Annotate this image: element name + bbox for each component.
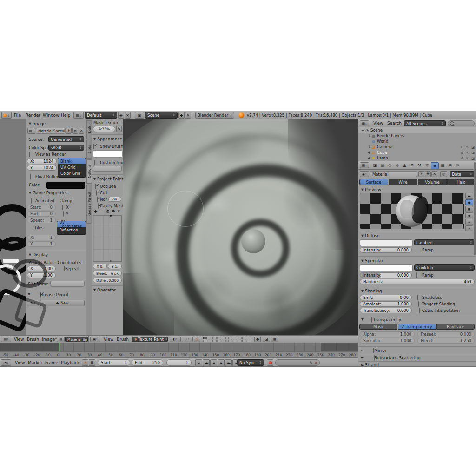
layer-cell[interactable] [238, 340, 242, 342]
tangent-shading-checkbox[interactable] [418, 301, 419, 307]
eye-toggle-icon[interactable]: ⊙ [461, 145, 463, 149]
outliner-editor-type-button[interactable]: ▦ ↕ [360, 120, 369, 126]
shading-panel-header[interactable]: Shading [361, 289, 382, 293]
menu-render[interactable]: Render [26, 112, 40, 119]
view3d-menu-view[interactable]: View [104, 336, 113, 343]
show-brush-checkbox[interactable] [93, 144, 94, 149]
object-tab-icon[interactable]: ▲ [401, 162, 408, 168]
use-preview-range-toggle[interactable]: ◔ [82, 359, 88, 366]
curve-point[interactable] [110, 260, 112, 262]
curve-point[interactable] [110, 215, 112, 217]
add-layout-button[interactable]: ✚ [118, 112, 124, 119]
outliner-row[interactable]: +◪Camera⊙↖◪ [358, 144, 476, 150]
particles-tab-icon[interactable]: ✱ [447, 162, 454, 168]
grease-pencil-new-button[interactable]: ✚ New [40, 300, 85, 306]
translucency-slider[interactable]: Translucency:0.000 [360, 308, 412, 313]
menu-item-blank[interactable]: Blank [58, 158, 86, 164]
game-properties-header[interactable]: Game Properties [29, 191, 67, 195]
transparency-panel-header[interactable] [361, 317, 364, 321]
preview-sphere-icon[interactable]: ● [465, 199, 473, 205]
timeline-menu-frame[interactable]: Frame [45, 359, 58, 366]
viewport-shading-selector[interactable]: ◐ ↕ [170, 337, 181, 342]
selectable-toggle-icon[interactable]: ↖ [466, 151, 469, 155]
layer-cell[interactable] [208, 340, 212, 342]
shadeless-checkbox[interactable] [417, 295, 418, 300]
timeline-track[interactable] [0, 343, 358, 351]
expand-icon[interactable]: − [361, 128, 365, 132]
properties-scrollbar[interactable] [474, 162, 476, 255]
image-height-slider[interactable]: Y:1024 [27, 165, 57, 171]
clamp-x-checkbox[interactable] [62, 205, 63, 210]
layout-selector[interactable]: Default [85, 112, 117, 119]
outliner-item-label[interactable]: RenderLayers [377, 133, 404, 138]
custom-icon-path-field[interactable] [93, 166, 122, 172]
play-reverse-button[interactable]: ◀ [210, 359, 217, 366]
eye-toggle-icon[interactable]: ⊙ [461, 151, 463, 155]
prev-keyframe-button[interactable]: ◀◀ [203, 359, 210, 366]
scene-selector[interactable]: Scene [145, 112, 178, 119]
cavity-mask-checkbox[interactable] [98, 203, 99, 209]
curve-x-button[interactable]: X 0. [93, 264, 107, 269]
layer-cell[interactable] [242, 340, 246, 342]
transparency-mask-tab[interactable]: Mask [359, 324, 397, 330]
insert-keyframe-icon[interactable]: ✎ [310, 361, 313, 365]
transparency-ztransparency-tab[interactable]: Z Transparency [398, 324, 436, 330]
transparency-specular-slider[interactable]: Specular:1.000 [360, 338, 415, 344]
mirror-panel-header[interactable] [361, 348, 364, 352]
modifiers-tab-icon[interactable]: ⚒ [416, 162, 423, 168]
image-editor-type-button[interactable]: ▤ ↕ [1, 337, 11, 342]
world-tab-icon[interactable]: ◍ [394, 162, 401, 168]
layer-cell[interactable] [212, 340, 217, 342]
frame-end-slider[interactable]: End:250 [132, 359, 163, 366]
curve-clipping-icon[interactable]: ● [112, 209, 115, 213]
image-datablock-icon-button[interactable]: ▤ [57, 337, 65, 342]
layer-cell[interactable] [233, 340, 237, 342]
transparency-raytrace-tab[interactable]: Raytrace [436, 324, 475, 330]
colorspace-dropdown[interactable]: sRGB [48, 145, 84, 151]
mode-selector[interactable]: ◑ Texture Paint [132, 337, 168, 342]
surface-tab[interactable]: Surface [359, 179, 388, 185]
constraints-tab-icon[interactable]: ⚙ [409, 162, 416, 168]
jump-start-button[interactable]: ⇤ [195, 359, 202, 366]
data-tab-icon[interactable]: ▽ [423, 162, 430, 168]
render-engine-selector[interactable]: Blender Render ↕ [195, 112, 234, 119]
display-panel-header[interactable]: Display [29, 252, 48, 257]
layer-cell[interactable] [238, 337, 242, 339]
add-scene-button[interactable]: ✚ [178, 112, 185, 119]
tiles-y-slider[interactable]: Y:1 [27, 241, 56, 247]
play-button[interactable]: ▶ [218, 359, 225, 366]
selectable-toggle-icon[interactable]: ↖ [466, 145, 469, 149]
texture-tab-icon[interactable]: ▦ [439, 162, 446, 168]
layer-cell[interactable] [217, 340, 221, 342]
view-as-render-checkbox[interactable] [29, 152, 30, 157]
render-toggle-icon[interactable]: ◪ [471, 156, 475, 160]
scene-tab-icon[interactable]: ◔ [386, 162, 393, 168]
unlink-material-button[interactable]: ✕ [431, 171, 437, 177]
project-paint-header[interactable]: Project Paint [93, 177, 123, 181]
outliner-row[interactable]: +▤RenderLayers [358, 133, 476, 139]
layers-grid-2[interactable] [228, 337, 251, 342]
image-browse-button[interactable]: ▤ ↕ [27, 128, 35, 134]
nor-angle-slider[interactable]: 80 [108, 197, 121, 202]
timeline-menu-playback[interactable]: Playback [61, 359, 79, 366]
image-panel-header[interactable]: Image [29, 121, 46, 126]
current-frame-field[interactable]: 1 [166, 359, 192, 366]
ambient-slider[interactable]: Ambient:1.000 [360, 301, 412, 307]
curve-delete-icon[interactable]: ✕ [117, 209, 120, 213]
view3d-editor-type-button[interactable]: ▣ ↕ [90, 337, 100, 342]
scene-icon-button[interactable]: ▣ [135, 112, 144, 119]
clamp-y-checkbox[interactable] [63, 211, 64, 217]
layer-cell[interactable] [212, 337, 217, 339]
emit-slider[interactable]: Emit:0.00 [360, 295, 412, 300]
preview-monkey-icon[interactable]: ◆ [465, 212, 473, 218]
delete-keyframe-icon[interactable]: ✕ [314, 361, 317, 365]
operator-panel-header[interactable]: Operator [93, 288, 116, 292]
hardness-slider[interactable]: Hardness:469 [360, 279, 475, 284]
game-start-slider[interactable]: Start:0 [27, 205, 56, 210]
outliner-item-label[interactable]: Lamp [377, 156, 388, 160]
timeline-ruler[interactable]: -50-40-30-20-100102030405060708090100110… [0, 351, 358, 357]
unlink-image-icon[interactable]: ✕ [79, 128, 84, 134]
timeline-menu-marker[interactable]: Marker [28, 359, 42, 366]
blend-slider[interactable]: Blend:1.250 [417, 338, 475, 344]
outliner-item-label[interactable]: Cube [377, 150, 387, 155]
